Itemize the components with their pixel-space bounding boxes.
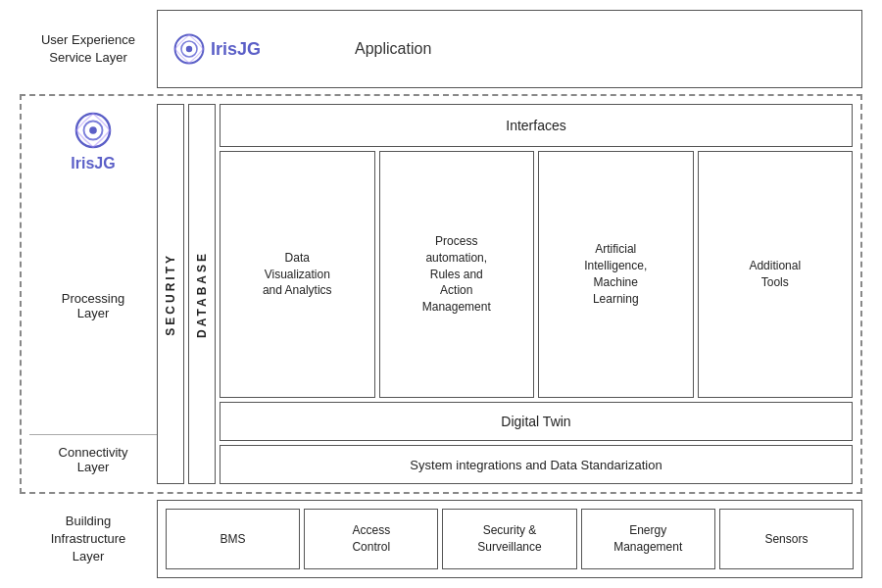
module-ai-ml-label: ArtificialIntelligence,MachineLearning xyxy=(584,241,647,307)
right-stack: Interfaces DataVisualizationand Analytic… xyxy=(220,104,853,484)
energy-management-label: EnergyManagement xyxy=(613,522,682,556)
system-integrations-label: System integrations and Data Standarizat… xyxy=(410,458,662,472)
svg-point-2 xyxy=(186,46,192,52)
building-layer-label: BuildingInfrastructureLayer xyxy=(20,500,157,578)
interfaces-label: Interfaces xyxy=(506,118,565,133)
iris-logo-icon-middle xyxy=(74,112,112,149)
building-layer-boxes: BMS AccessControl Security &Surveillance… xyxy=(157,500,862,578)
iris-logo-top: IrisJG xyxy=(173,33,261,65)
architecture-diagram: User ExperienceService Layer IrisJG Appl… xyxy=(0,0,882,588)
svg-point-5 xyxy=(89,126,97,134)
bms-label: BMS xyxy=(220,531,246,548)
iris-logo-text-top: IrisJG xyxy=(211,39,261,60)
interfaces-box: Interfaces xyxy=(220,104,853,147)
sensors-box: Sensors xyxy=(719,509,854,569)
module-process-automation: Processautomation,Rules andActionManagem… xyxy=(379,151,535,398)
module-ai-ml: ArtificialIntelligence,MachineLearning xyxy=(538,151,694,398)
database-column: DATABASE xyxy=(188,104,216,484)
ux-layer-box: IrisJG Application xyxy=(157,10,862,88)
access-control-box: AccessControl xyxy=(304,509,438,569)
modules-row: DataVisualizationand Analytics Processau… xyxy=(220,151,853,398)
processing-layer-label: ProcessingLayer xyxy=(29,180,157,435)
left-layer-labels: IrisJG ProcessingLayer ConnectivityLayer xyxy=(29,104,157,484)
access-control-label: AccessControl xyxy=(352,522,390,556)
security-surveillance-label: Security &Surveillance xyxy=(477,522,541,556)
bms-box: BMS xyxy=(166,509,300,569)
building-infrastructure-layer-row: BuildingInfrastructureLayer BMS AccessCo… xyxy=(20,500,862,578)
middle-content-area: SECURITY DATABASE Interfaces DataVisuali… xyxy=(157,104,853,484)
iris-logo-text-middle: IrisJG xyxy=(71,155,115,172)
security-surveillance-box: Security &Surveillance xyxy=(442,509,576,569)
system-integrations-box: System integrations and Data Standarizat… xyxy=(220,445,853,484)
middle-dashed-section: IrisJG ProcessingLayer ConnectivityLayer… xyxy=(20,94,862,494)
module-process-automation-label: Processautomation,Rules andActionManagem… xyxy=(422,233,491,316)
module-additional-tools: AdditionalTools xyxy=(698,151,854,398)
module-data-visualization-label: DataVisualizationand Analytics xyxy=(263,250,332,299)
ux-layer-label: User ExperienceService Layer xyxy=(20,10,157,88)
energy-management-box: EnergyManagement xyxy=(581,509,715,569)
module-data-visualization: DataVisualizationand Analytics xyxy=(220,151,375,398)
connectivity-layer-label: ConnectivityLayer xyxy=(29,435,157,484)
application-label: Application xyxy=(355,40,431,58)
iris-logo-icon xyxy=(173,33,205,65)
security-label: SECURITY xyxy=(164,253,177,336)
security-column: SECURITY xyxy=(157,104,184,484)
iris-logo-middle-area: IrisJG xyxy=(29,104,157,180)
sensors-label: Sensors xyxy=(764,531,808,548)
module-additional-tools-label: AdditionalTools xyxy=(749,258,801,291)
digital-twin-box: Digital Twin xyxy=(220,402,853,441)
database-label: DATABASE xyxy=(195,251,209,338)
ux-service-layer-row: User ExperienceService Layer IrisJG Appl… xyxy=(20,10,862,88)
digital-twin-label: Digital Twin xyxy=(501,414,570,429)
